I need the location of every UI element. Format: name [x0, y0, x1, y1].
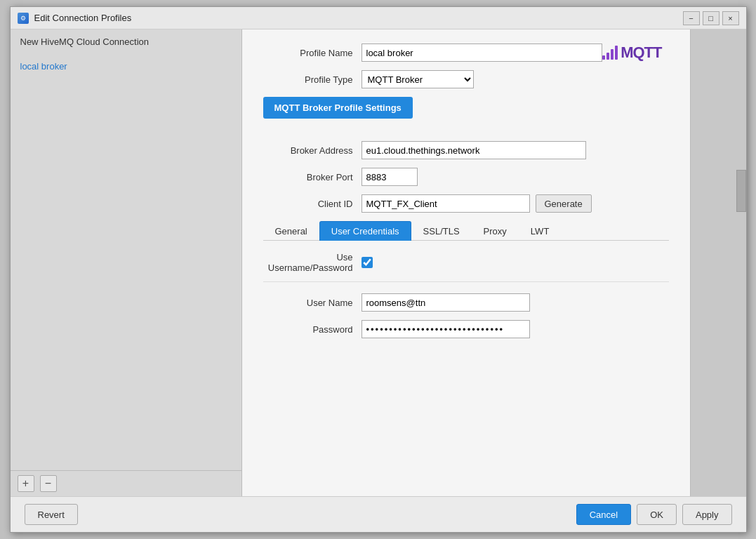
use-username-password-checkbox[interactable]: [362, 257, 373, 268]
tab-lwt[interactable]: LWT: [519, 221, 561, 241]
scrollbar-thumb[interactable]: [736, 170, 746, 212]
tab-proxy[interactable]: Proxy: [472, 221, 519, 241]
dialog-footer: Revert Cancel OK Apply: [11, 496, 746, 532]
use-username-password-row: Use Username/Password: [263, 252, 669, 282]
tab-ssl-tls[interactable]: SSL/TLS: [411, 221, 472, 241]
window-controls: − □ ×: [683, 11, 739, 25]
section-header-container: MQTT Broker Profile Settings: [263, 97, 669, 130]
broker-port-input[interactable]: [362, 168, 418, 186]
tab-general[interactable]: General: [263, 221, 319, 241]
broker-address-input[interactable]: [362, 141, 586, 159]
dialog-title: Edit Connection Profiles: [34, 13, 132, 23]
remove-connection-button[interactable]: −: [40, 475, 57, 492]
mqtt-logo-text: MQTT: [621, 44, 661, 62]
main-content: Profile Name MQTT Profile Type: [242, 29, 690, 496]
username-label: User Name: [263, 298, 362, 308]
password-input[interactable]: [362, 320, 530, 338]
ok-button[interactable]: OK: [637, 504, 677, 525]
app-icon: ⚙: [18, 13, 29, 24]
sidebar-item-new-hivemq[interactable]: New HiveMQ Cloud Connection: [11, 29, 241, 54]
mqtt-signal-icon: [602, 46, 618, 60]
right-panel: [690, 29, 746, 496]
dialog-body: New HiveMQ Cloud Connection local broker…: [11, 29, 746, 496]
profile-name-row: Profile Name MQTT: [263, 44, 669, 62]
add-connection-button[interactable]: +: [18, 475, 34, 492]
password-label: Password: [263, 324, 362, 335]
section-header: MQTT Broker Profile Settings: [263, 97, 413, 119]
mqtt-logo: MQTT: [602, 44, 668, 62]
use-username-password-label: Use Username/Password: [263, 252, 362, 273]
maximize-button[interactable]: □: [703, 11, 719, 25]
profile-type-row: Profile Type MQTT Broker WebSocket: [263, 70, 669, 88]
revert-button[interactable]: Revert: [25, 504, 78, 525]
generate-button[interactable]: Generate: [536, 194, 592, 213]
minimize-button[interactable]: −: [683, 11, 700, 25]
sidebar: New HiveMQ Cloud Connection local broker…: [11, 29, 242, 496]
broker-address-label: Broker Address: [263, 145, 362, 156]
client-id-label: Client ID: [263, 199, 362, 209]
cancel-button[interactable]: Cancel: [576, 504, 631, 525]
username-row: User Name: [263, 293, 669, 312]
title-bar: ⚙ Edit Connection Profiles − □ ×: [11, 7, 746, 29]
title-bar-left: ⚙ Edit Connection Profiles: [18, 13, 132, 24]
broker-port-row: Broker Port: [263, 168, 669, 186]
client-id-row: Client ID Generate: [263, 194, 669, 213]
edit-connection-profiles-dialog: ⚙ Edit Connection Profiles − □ × New Hiv…: [10, 6, 747, 533]
username-input[interactable]: [362, 293, 530, 312]
broker-address-row: Broker Address: [263, 141, 669, 159]
client-id-input[interactable]: [362, 194, 530, 213]
profile-name-input[interactable]: [362, 44, 603, 62]
profile-type-label: Profile Type: [263, 74, 362, 85]
sidebar-footer: + −: [11, 470, 241, 496]
close-button[interactable]: ×: [722, 11, 739, 25]
tabs-row: General User Credentials SSL/TLS Proxy L…: [263, 221, 669, 241]
password-row: Password: [263, 320, 669, 338]
tab-user-credentials[interactable]: User Credentials: [319, 221, 411, 241]
profile-name-label: Profile Name: [263, 48, 362, 58]
apply-button[interactable]: Apply: [682, 504, 732, 525]
broker-port-label: Broker Port: [263, 172, 362, 182]
sidebar-item-local-broker[interactable]: local broker: [11, 54, 241, 79]
profile-type-select[interactable]: MQTT Broker WebSocket: [362, 70, 474, 88]
